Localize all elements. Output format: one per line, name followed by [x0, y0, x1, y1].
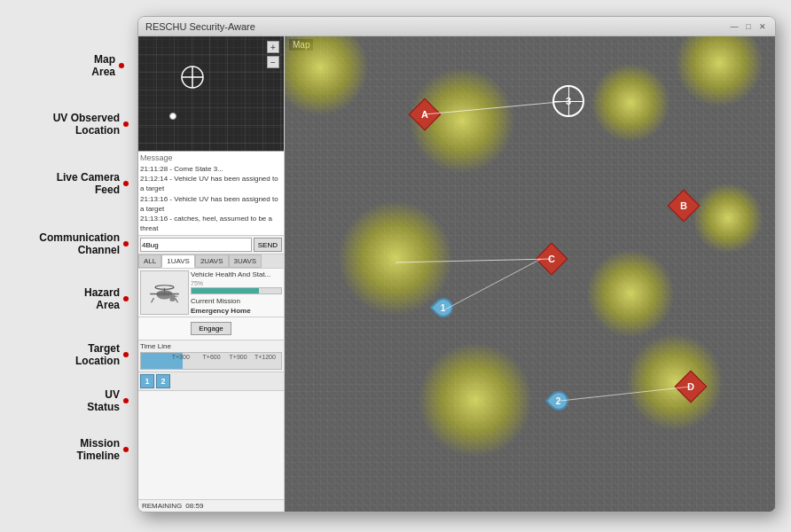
tab-3uavs[interactable]: 3UAVS	[229, 254, 262, 268]
message-area: Message 21:11:28 - Come State 3... 21:12…	[138, 152, 284, 236]
map-area-dot	[119, 63, 124, 68]
vehicle-health-label: Vehicle Health And Stat...	[191, 270, 282, 278]
send-button[interactable]: SEND	[254, 238, 282, 252]
main-map[interactable]: Map A B	[285, 36, 775, 512]
target-marker-C: C	[540, 247, 563, 270]
target-location-label: Target Location	[75, 342, 120, 368]
map-top-label: Map	[289, 39, 313, 51]
timeline-tick-3: T+900	[230, 354, 247, 360]
window-title: RESCHU Security-Aware	[145, 21, 255, 32]
uv-marker-3: 3	[552, 85, 584, 117]
mission-value: Emergency Home	[191, 307, 282, 315]
tab-all[interactable]: ALL	[138, 254, 161, 268]
timeline-section: Time Line T+300 T+600 T+900 T+1200	[138, 340, 284, 372]
message-line-1: 21:11:28 - Come State 3...	[140, 164, 282, 174]
uv-icon-1[interactable]: 1	[140, 374, 154, 388]
timeline-bar: T+300 T+600 T+900 T+1200	[140, 352, 282, 370]
engage-button[interactable]: Engage	[191, 322, 231, 335]
map-area-label: Map Area	[91, 53, 115, 79]
svg-line-10	[152, 298, 154, 302]
minimize-button[interactable]: —	[729, 21, 740, 32]
left-panel: + − Message 21:11:28 - Come State 3... 2…	[138, 36, 285, 512]
message-line-3: 21:13:16 - Vehicle UV has been assigned …	[140, 194, 282, 214]
target-location-dot	[123, 352, 129, 357]
tab-2uavs[interactable]: 2UAVS	[195, 254, 229, 268]
hazard-area-label: Hazard Area	[84, 286, 120, 312]
target-marker-A: A	[413, 103, 436, 126]
map-thumbnail: + −	[138, 36, 284, 152]
target-marker-D: D	[679, 375, 702, 398]
mission-timeline-dot	[123, 447, 129, 452]
message-line-4: 21:13:16 - catches, heel, assumed to be …	[140, 214, 282, 233]
uv-observed-label: UV Observed Location	[53, 112, 120, 137]
remaining-area: REMAINING 08:59	[138, 499, 284, 512]
vehicle-section: Vehicle Health And Stat... 75% Current M…	[138, 269, 284, 317]
remaining-label: REMAINING	[142, 502, 182, 510]
live-camera-dot	[123, 181, 129, 186]
health-bar	[191, 287, 282, 294]
city-texture	[285, 36, 775, 512]
title-bar-controls: — □ ✕	[729, 21, 768, 32]
main-window: RESCHU Security-Aware — □ ✕	[137, 16, 776, 512]
close-button[interactable]: ✕	[757, 21, 768, 32]
uv-marker-2: 2	[549, 391, 568, 411]
timeline-tick-4: T+1200	[255, 354, 276, 360]
mission-label: Current Mission	[191, 297, 282, 305]
comm-channel-dot	[123, 241, 129, 246]
timeline-label: Time Line	[140, 342, 282, 350]
target-section: Engage	[138, 317, 284, 340]
chat-input[interactable]	[140, 238, 252, 252]
helicopter-icon	[145, 275, 184, 310]
remaining-time: 08:59	[185, 502, 203, 510]
svg-rect-8	[170, 295, 176, 302]
uv-icon-2[interactable]: 2	[156, 374, 170, 388]
uv-status-row: 1 2	[138, 372, 284, 391]
timeline-tick-2: T+600	[203, 354, 221, 360]
maximize-button[interactable]: □	[743, 21, 754, 32]
target-marker-B: B	[672, 194, 695, 217]
uv-status-label: UV Status	[87, 388, 120, 414]
uv-observed-dot	[123, 121, 129, 127]
svg-line-11	[176, 298, 178, 302]
vehicle-info: Vehicle Health And Stat... 75% Current M…	[191, 270, 282, 315]
title-bar: RESCHU Security-Aware — □ ✕	[138, 17, 775, 36]
message-label: Message	[140, 153, 282, 162]
uv-marker-1: 1	[434, 298, 453, 317]
vehicle-image	[140, 270, 189, 315]
uv-status-dot	[123, 398, 129, 403]
live-camera-label: Live Camera Feed	[57, 171, 120, 197]
tab-1uavs[interactable]: 1UAVS	[161, 254, 195, 268]
tabs-area: ALL 1UAVS 2UAVS 3UAVS	[138, 254, 284, 269]
health-bar-fill	[192, 288, 259, 293]
svg-rect-9	[174, 296, 178, 297]
message-line-2: 21:12:14 - Vehicle UV has been assigned …	[140, 174, 282, 193]
health-percent: 75%	[191, 280, 282, 286]
timeline-tick-1: T+300	[172, 354, 190, 360]
chat-input-area: SEND	[138, 236, 284, 254]
hazard-area-dot	[123, 296, 129, 301]
comm-channel-label: Communication Channel	[39, 231, 120, 257]
mission-timeline-label: Mission Timeline	[77, 437, 120, 463]
